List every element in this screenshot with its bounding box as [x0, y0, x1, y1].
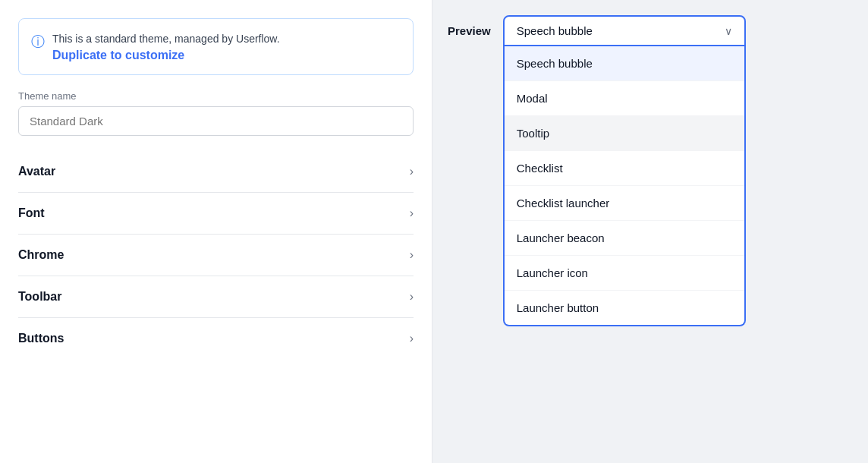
preview-row: Preview Speech bubble ∨ Speech bubble Mo…: [448, 15, 746, 46]
dropdown-option-launcher-beacon[interactable]: Launcher beacon: [505, 221, 744, 256]
nav-label-buttons: Buttons: [18, 332, 64, 345]
chevron-right-icon-buttons: ›: [410, 332, 414, 345]
theme-name-input[interactable]: [18, 106, 414, 136]
nav-item-chrome[interactable]: Chrome ›: [18, 235, 414, 276]
right-panel: Preview Speech bubble ∨ Speech bubble Mo…: [432, 0, 868, 463]
dropdown-option-checklist[interactable]: Checklist: [505, 151, 744, 186]
nav-label-avatar: Avatar: [18, 165, 55, 178]
theme-name-field-group: Theme name: [18, 90, 414, 136]
theme-name-label: Theme name: [18, 90, 414, 102]
dropdown-option-checklist-launcher[interactable]: Checklist launcher: [505, 186, 744, 221]
preview-dropdown-trigger[interactable]: Speech bubble ∨: [503, 15, 746, 46]
dropdown-selected-value: Speech bubble: [517, 24, 679, 37]
duplicate-link[interactable]: Duplicate to customize: [52, 49, 280, 62]
chevron-right-icon-toolbar: ›: [410, 290, 414, 304]
nav-item-avatar[interactable]: Avatar ›: [18, 151, 414, 193]
dropdown-option-tooltip[interactable]: Tooltip: [505, 116, 744, 151]
nav-item-toolbar[interactable]: Toolbar ›: [18, 276, 414, 318]
chevron-right-icon-font: ›: [410, 206, 414, 220]
nav-list: Avatar › Font › Chrome › Toolbar › Butto…: [18, 151, 414, 359]
dropdown-option-modal[interactable]: Modal: [505, 81, 744, 116]
dropdown-option-speech-bubble[interactable]: Speech bubble: [505, 46, 744, 81]
chevron-down-icon: ∨: [725, 25, 732, 37]
info-box: ⓘ This is a standard theme, managed by U…: [18, 18, 414, 75]
chevron-right-icon-chrome: ›: [410, 248, 414, 262]
nav-item-font[interactable]: Font ›: [18, 193, 414, 235]
info-description: This is a standard theme, managed by Use…: [52, 33, 280, 45]
dropdown-option-launcher-icon[interactable]: Launcher icon: [505, 256, 744, 291]
preview-label: Preview: [448, 24, 491, 37]
dropdown-option-launcher-button[interactable]: Launcher button: [505, 291, 744, 325]
info-icon: ⓘ: [31, 33, 45, 51]
chevron-right-icon-avatar: ›: [410, 165, 414, 178]
nav-label-chrome: Chrome: [18, 248, 64, 262]
nav-label-font: Font: [18, 206, 45, 220]
info-content: This is a standard theme, managed by Use…: [52, 31, 280, 62]
nav-label-toolbar: Toolbar: [18, 290, 61, 304]
left-panel: ⓘ This is a standard theme, managed by U…: [0, 0, 432, 463]
preview-dropdown-menu: Speech bubble Modal Tooltip Checklist Ch…: [503, 46, 746, 326]
dropdown-container: Speech bubble ∨ Speech bubble Modal Tool…: [503, 15, 746, 46]
nav-item-buttons[interactable]: Buttons ›: [18, 318, 414, 359]
